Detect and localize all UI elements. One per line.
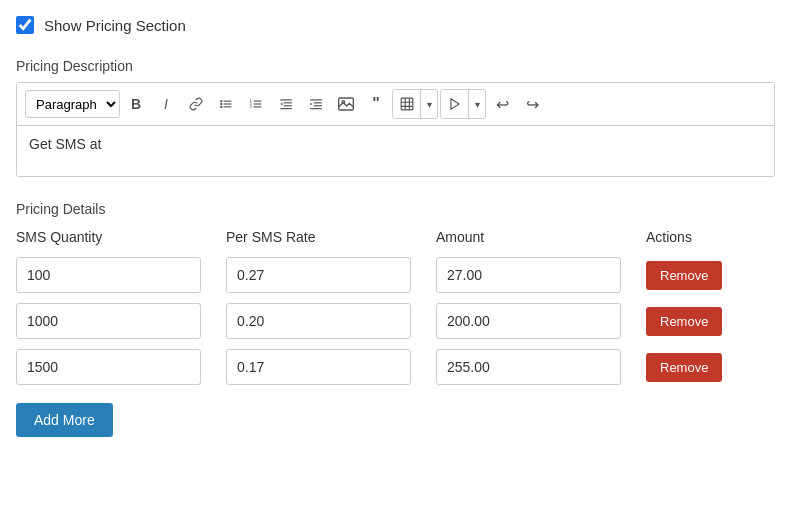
ordered-list-button[interactable]: 1 2 3 xyxy=(242,90,270,118)
rate-cell-1 xyxy=(226,257,436,293)
svg-rect-7 xyxy=(254,103,262,104)
svg-rect-13 xyxy=(284,102,292,103)
quantity-input-3[interactable] xyxy=(16,349,201,385)
show-pricing-label: Show Pricing Section xyxy=(44,17,186,34)
svg-marker-29 xyxy=(450,99,458,110)
svg-rect-8 xyxy=(254,106,262,107)
col-header-rate: Per SMS Rate xyxy=(226,229,436,245)
actions-cell-1: Remove xyxy=(646,261,766,290)
indent-button[interactable] xyxy=(302,90,330,118)
remove-button-1[interactable]: Remove xyxy=(646,261,722,290)
show-pricing-row: Show Pricing Section xyxy=(16,16,775,34)
svg-point-4 xyxy=(220,103,222,105)
amount-cell-1 xyxy=(436,257,646,293)
quantity-input-1[interactable] xyxy=(16,257,201,293)
col-header-actions: Actions xyxy=(646,229,766,245)
svg-point-3 xyxy=(220,100,222,102)
bold-button[interactable]: B xyxy=(122,90,150,118)
add-more-button[interactable]: Add More xyxy=(16,403,113,437)
pricing-details-label: Pricing Details xyxy=(16,201,775,217)
amount-cell-3 xyxy=(436,349,646,385)
media-button[interactable] xyxy=(441,90,469,118)
media-dropdown-button[interactable]: ▾ xyxy=(469,90,485,118)
svg-marker-21 xyxy=(310,103,312,105)
svg-rect-18 xyxy=(314,102,322,103)
editor-toolbar: Paragraph Heading 1 Heading 2 Heading 3 … xyxy=(17,83,774,126)
table-button[interactable] xyxy=(393,90,421,118)
pricing-table-header: SMS Quantity Per SMS Rate Amount Actions xyxy=(16,229,775,249)
col-header-amount: Amount xyxy=(436,229,646,245)
svg-rect-14 xyxy=(284,105,292,106)
quantity-cell-3 xyxy=(16,349,226,385)
undo-button[interactable]: ↩ xyxy=(488,90,516,118)
image-button[interactable] xyxy=(332,90,360,118)
pricing-row: Remove xyxy=(16,303,775,339)
blockquote-button[interactable]: " xyxy=(362,90,390,118)
pricing-row: Remove xyxy=(16,349,775,385)
svg-rect-6 xyxy=(254,101,262,102)
show-pricing-checkbox[interactable] xyxy=(16,16,34,34)
svg-marker-16 xyxy=(280,103,282,105)
svg-rect-19 xyxy=(314,105,322,106)
pricing-description-label: Pricing Description xyxy=(16,58,775,74)
svg-rect-17 xyxy=(310,99,322,100)
quantity-input-2[interactable] xyxy=(16,303,201,339)
outdent-button[interactable] xyxy=(272,90,300,118)
svg-rect-20 xyxy=(310,108,322,109)
editor-content[interactable]: Get SMS at xyxy=(17,126,774,176)
media-button-group: ▾ xyxy=(440,89,486,119)
actions-cell-2: Remove xyxy=(646,307,766,336)
table-dropdown-button[interactable]: ▾ xyxy=(421,90,437,118)
svg-text:3: 3 xyxy=(250,104,253,109)
svg-rect-12 xyxy=(280,99,292,100)
svg-rect-24 xyxy=(401,98,413,110)
pricing-row: Remove xyxy=(16,257,775,293)
svg-rect-2 xyxy=(224,106,232,107)
rate-input-1[interactable] xyxy=(226,257,411,293)
svg-rect-1 xyxy=(224,103,232,104)
amount-input-2[interactable] xyxy=(436,303,621,339)
unordered-list-button[interactable] xyxy=(212,90,240,118)
col-header-quantity: SMS Quantity xyxy=(16,229,226,245)
rate-input-2[interactable] xyxy=(226,303,411,339)
remove-button-3[interactable]: Remove xyxy=(646,353,722,382)
redo-button[interactable]: ↪ xyxy=(518,90,546,118)
table-button-group: ▾ xyxy=(392,89,438,119)
rate-cell-3 xyxy=(226,349,436,385)
amount-input-1[interactable] xyxy=(436,257,621,293)
pricing-description-editor: Paragraph Heading 1 Heading 2 Heading 3 … xyxy=(16,82,775,177)
italic-button[interactable]: I xyxy=(152,90,180,118)
rate-cell-2 xyxy=(226,303,436,339)
paragraph-select[interactable]: Paragraph Heading 1 Heading 2 Heading 3 xyxy=(25,90,120,118)
remove-button-2[interactable]: Remove xyxy=(646,307,722,336)
rate-input-3[interactable] xyxy=(226,349,411,385)
quantity-cell-1 xyxy=(16,257,226,293)
svg-point-5 xyxy=(220,106,222,108)
svg-rect-15 xyxy=(280,108,292,109)
svg-rect-0 xyxy=(224,101,232,102)
amount-cell-2 xyxy=(436,303,646,339)
link-button[interactable] xyxy=(182,90,210,118)
quantity-cell-2 xyxy=(16,303,226,339)
actions-cell-3: Remove xyxy=(646,353,766,382)
amount-input-3[interactable] xyxy=(436,349,621,385)
